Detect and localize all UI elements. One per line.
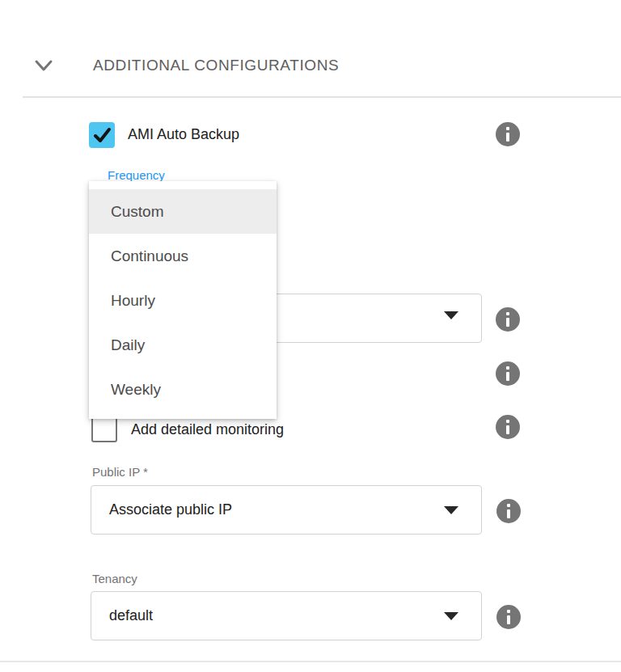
menu-item-continuous[interactable]: Continuous	[89, 234, 277, 278]
detailed-monitoring-label: Add detailed monitoring	[131, 416, 284, 442]
detailed-monitoring-checkbox[interactable]	[91, 416, 117, 442]
dropdown-caret-icon	[444, 612, 458, 620]
detailed-monitoring-info-icon[interactable]	[496, 415, 520, 439]
menu-item-weekly[interactable]: Weekly	[89, 367, 277, 412]
hidden-row-info-icon[interactable]	[496, 361, 520, 386]
section-collapse-chevron-icon[interactable]	[34, 57, 53, 74]
menu-item-daily[interactable]: Daily	[89, 323, 277, 367]
ami-auto-backup-label: AMI Auto Backup	[128, 121, 239, 147]
frequency-info-icon[interactable]	[496, 307, 520, 332]
bottom-divider	[0, 661, 621, 662]
tenancy-label: Tenancy	[92, 572, 137, 585]
section-title: ADDITIONAL CONFIGURATIONS	[93, 57, 339, 74]
frequency-dropdown-menu: Custom Continuous Hourly Daily Weekly	[89, 181, 277, 419]
dropdown-caret-icon	[444, 311, 458, 319]
tenancy-select[interactable]: default	[91, 591, 482, 640]
public-ip-select[interactable]: Associate public IP	[91, 485, 482, 535]
menu-item-hourly[interactable]: Hourly	[89, 278, 277, 323]
tenancy-info-icon[interactable]	[496, 605, 521, 629]
public-ip-value: Associate public IP	[109, 501, 232, 518]
checkmark-icon	[89, 122, 115, 148]
public-ip-label: Public IP *	[92, 465, 148, 479]
public-ip-info-icon[interactable]	[496, 499, 521, 523]
menu-item-custom[interactable]: Custom	[89, 189, 277, 234]
frequency-field-label: Frequency	[108, 168, 165, 182]
section-divider	[23, 96, 621, 98]
ami-auto-backup-checkbox[interactable]	[89, 122, 115, 148]
ami-auto-backup-info-icon[interactable]	[496, 122, 520, 146]
dropdown-caret-icon	[444, 506, 458, 514]
tenancy-value: default	[109, 607, 153, 624]
